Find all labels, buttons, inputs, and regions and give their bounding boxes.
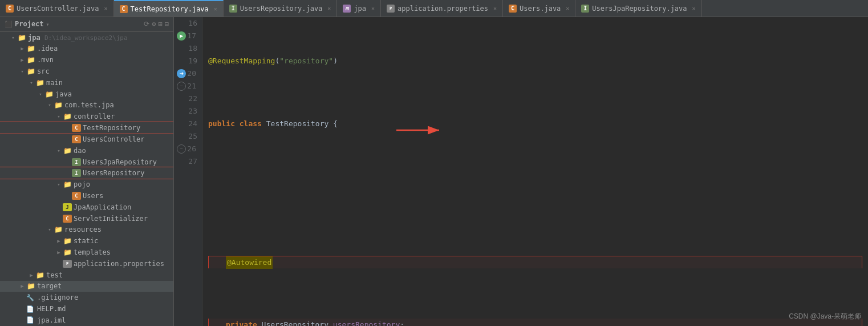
tree-label-help-md: HELP.md	[37, 305, 66, 313]
tree-item-users-jpa-repository[interactable]: I UsersJpaRepository	[0, 156, 173, 168]
tree-label-src: src	[37, 67, 50, 75]
tree-item-main[interactable]: ▾ 📁 main	[0, 77, 173, 88]
tab-label-test-repository: TestRepository.java	[131, 5, 209, 13]
tree-item-com-test-jpa[interactable]: ▾ 📁 com.test.jpa	[0, 100, 173, 111]
code-lines-content[interactable]: @RequestMapping("repository") public cla…	[202, 17, 868, 326]
arrow-dao: ▾	[55, 148, 63, 154]
tab-icon-app-properties: P	[387, 5, 395, 13]
folder-icon-com-test-jpa: 📁	[54, 102, 63, 108]
close-tab-users-controller[interactable]: ✕	[104, 5, 108, 11]
help-md-icon: 📄	[26, 305, 35, 313]
folder-icon-test: 📁	[35, 272, 44, 279]
arrow-templates: ▶	[55, 249, 63, 255]
close-tab-users-java[interactable]: ✕	[566, 5, 569, 11]
file-icon-jpa-application: J	[63, 203, 72, 211]
run-icon-17[interactable]: ▶	[177, 31, 186, 41]
line-num-16: 16	[174, 17, 197, 30]
collapse-icon-26[interactable]: −	[177, 144, 186, 154]
file-icon-test-repository: C	[72, 124, 81, 132]
tab-users-jpa-repository[interactable]: I UsersJpaRepository.java ✕	[575, 0, 701, 17]
tree-item-test[interactable]: ▶ 📁 test	[0, 269, 173, 281]
line-numbers: 16 ▶ 17 18 19 ➜ 20 − 21 22 23 24 25	[174, 17, 202, 326]
line-num-18: 18	[174, 42, 197, 55]
tab-jpa[interactable]: m jpa ✕	[337, 0, 381, 17]
tree-item-test-repository[interactable]: C TestRepository	[0, 122, 173, 134]
tree-item-resources[interactable]: ▾ 📁 resources	[0, 224, 173, 236]
code-content: 16 ▶ 17 18 19 ➜ 20 − 21 22 23 24 25	[174, 17, 868, 326]
tab-users-repository[interactable]: I UsersRepository.java ✕	[224, 0, 338, 17]
code-editor[interactable]: 16 ▶ 17 18 19 ➜ 20 − 21 22 23 24 25	[174, 17, 868, 326]
tab-bar: C UsersController.java ✕ C TestRepositor…	[0, 0, 868, 17]
tab-users-java[interactable]: C Users.java ✕	[503, 0, 575, 17]
tree-item-gitignore[interactable]: 🔧 .gitignore	[0, 292, 173, 303]
close-tab-app-properties[interactable]: ✕	[493, 5, 497, 11]
tree-item-mvn[interactable]: ▶ 📁 .mvn	[0, 54, 173, 66]
tree-item-static[interactable]: ▶ 📁 static	[0, 235, 173, 247]
line-num-17: ▶ 17	[174, 30, 197, 42]
tree-label-dao: dao	[74, 147, 86, 155]
code-line-17: public class TestRepository {	[208, 118, 862, 130]
tab-icon-users-jpa-repository: I	[581, 5, 589, 13]
arrow-src: ▾	[18, 69, 26, 74]
tree-label-pojo: pojo	[74, 180, 90, 188]
tree-label-static: static	[74, 237, 98, 245]
tree-item-users[interactable]: C Users	[0, 190, 173, 202]
arrow-com-test-jpa: ▾	[46, 102, 54, 108]
navigate-icon-20[interactable]: ➜	[177, 69, 186, 78]
tab-label-users-java: Users.java	[520, 5, 561, 13]
code-line-16: @RequestMapping("repository")	[208, 55, 862, 67]
tree-item-dao[interactable]: ▾ 📁 dao	[0, 145, 173, 156]
tree-item-jpa-application[interactable]: J JpaApplication	[0, 202, 173, 213]
line-num-22: 22	[174, 92, 197, 105]
arrow-resources: ▾	[46, 227, 54, 232]
tab-users-controller[interactable]: C UsersController.java ✕	[0, 0, 114, 17]
tab-label-jpa: jpa	[354, 5, 366, 13]
tab-app-properties[interactable]: P application.properties ✕	[381, 0, 503, 17]
tab-icon-users-controller: C	[6, 5, 14, 13]
tree-item-app-properties[interactable]: P application.properties	[0, 258, 173, 269]
tree-item-jpa-iml[interactable]: 📄 jpa.iml	[0, 315, 173, 326]
file-icon-users-repository: I	[72, 169, 81, 177]
tree-label-com-test-jpa: com.test.jpa	[64, 101, 114, 109]
tree-item-controller[interactable]: ▾ 📁 controller	[0, 111, 173, 122]
expand-icon[interactable]: ⊞	[159, 20, 163, 28]
tree-item-help-md[interactable]: 📄 HELP.md	[0, 303, 173, 315]
tree-label-users: Users	[83, 192, 103, 200]
folder-icon-templates: 📁	[63, 249, 72, 256]
collapse-icon[interactable]: ⊟	[165, 20, 169, 28]
tree-item-pojo[interactable]: ▾ 📁 pojo	[0, 179, 173, 190]
sidebar-dropdown-icon[interactable]: ▾	[46, 21, 50, 27]
close-tab-users-repository[interactable]: ✕	[327, 5, 331, 11]
arrow-static: ▶	[55, 238, 63, 244]
tree-item-src[interactable]: ▾ 📁 src	[0, 66, 173, 77]
tree-item-users-repository[interactable]: I UsersRepository	[0, 167, 173, 179]
tree-item-target[interactable]: ▶ 📁 target	[0, 281, 173, 292]
tree-label-java: java	[55, 90, 72, 98]
tree-item-jpa-root[interactable]: ▾ 📁 jpa D:\idea_workspace2\jpa	[0, 32, 173, 43]
folder-icon-jpa: 📁	[17, 34, 26, 41]
tree-item-java[interactable]: ▾ 📁 java	[0, 88, 173, 100]
folder-icon-idea: 📁	[26, 45, 35, 52]
code-line-20: private UsersRepository usersRepository;	[208, 319, 862, 326]
sidebar-title: Project	[15, 20, 44, 28]
tree-label-mvn: .mvn	[37, 56, 54, 64]
tab-icon-users-repository: I	[229, 5, 237, 13]
tree-item-idea[interactable]: ▶ 📁 .idea	[0, 43, 173, 55]
line-num-21: − 21	[174, 80, 197, 92]
tree-item-templates[interactable]: ▶ 📁 templates	[0, 247, 173, 258]
tree-item-servlet-initializer[interactable]: C ServletInitializer	[0, 213, 173, 224]
close-tab-jpa[interactable]: ✕	[371, 5, 375, 11]
sync-icon[interactable]: ⟳	[144, 20, 149, 28]
folder-icon-java: 📁	[44, 91, 54, 98]
close-tab-test-repository[interactable]: ✕	[214, 6, 217, 12]
collapse-icon-21[interactable]: −	[177, 82, 186, 91]
tree-label-resources: resources	[64, 226, 102, 234]
line-num-26: − 26	[174, 143, 197, 155]
file-icon-app-properties: P	[63, 260, 72, 268]
tab-test-repository[interactable]: C TestRepository.java ✕	[114, 0, 224, 17]
annotation-request-mapping-16: @RequestMapping	[208, 55, 275, 67]
tree-label-test: test	[46, 271, 63, 279]
settings-icon[interactable]: ⚙	[152, 20, 156, 28]
close-tab-users-jpa-repository[interactable]: ✕	[692, 5, 696, 11]
tree-item-users-controller[interactable]: C UsersController	[0, 134, 173, 145]
